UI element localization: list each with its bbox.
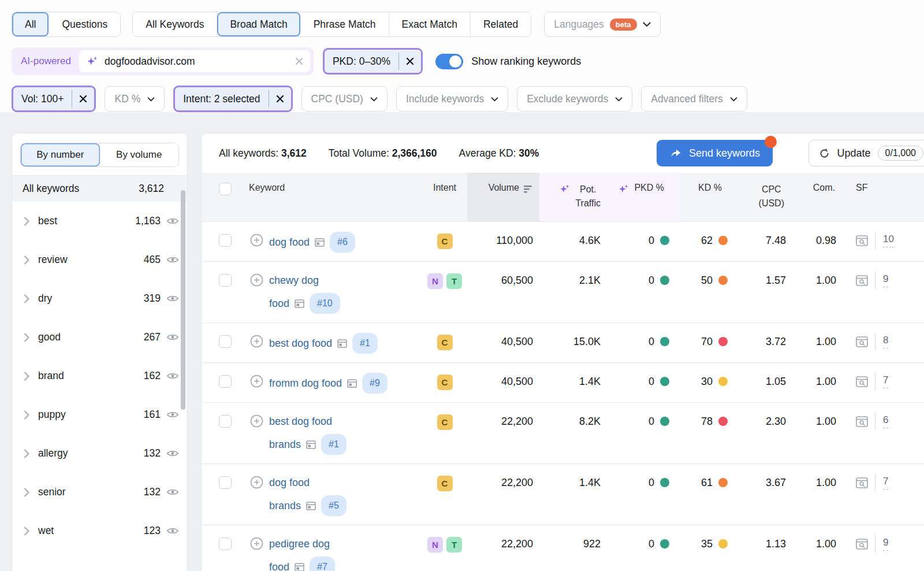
search-input[interactable]	[105, 55, 295, 68]
send-keywords-button[interactable]: Send keywords	[657, 140, 773, 166]
intent-badge-n[interactable]: N	[427, 537, 443, 553]
intent-badge-c[interactable]: C	[437, 335, 453, 350]
remove-intent-filter-icon[interactable]	[269, 87, 291, 110]
row-checkbox[interactable]	[219, 375, 232, 388]
cpc-filter-dropdown[interactable]: CPC (USD)	[301, 86, 388, 112]
add-keyword-icon[interactable]	[250, 273, 263, 287]
keyword-link[interactable]: best dog food	[269, 413, 332, 430]
sidebar-scrollbar[interactable]	[181, 190, 185, 410]
position-badge[interactable]: #7	[310, 557, 335, 571]
chevron-right-icon[interactable]	[24, 333, 30, 342]
serp-preview-icon[interactable]	[856, 235, 868, 246]
intent-badge-c[interactable]: C	[437, 476, 453, 491]
chevron-right-icon[interactable]	[24, 526, 30, 536]
tab-all[interactable]: All	[12, 12, 49, 36]
eye-icon[interactable]	[166, 294, 179, 303]
row-checkbox[interactable]	[219, 274, 232, 287]
select-all-checkbox[interactable]	[219, 183, 232, 195]
position-badge[interactable]: #5	[321, 495, 346, 516]
chevron-right-icon[interactable]	[24, 255, 30, 265]
intent-badge-t[interactable]: T	[446, 273, 462, 289]
serp-features-icon[interactable]	[315, 238, 325, 247]
serp-features-icon[interactable]	[306, 502, 316, 510]
serp-features-icon[interactable]	[295, 299, 304, 308]
position-badge[interactable]: #1	[352, 333, 378, 354]
languages-dropdown[interactable]: Languages beta	[544, 12, 660, 37]
keyword-link[interactable]: dog food	[269, 474, 310, 491]
eye-icon[interactable]	[166, 333, 179, 342]
chevron-right-icon[interactable]	[24, 217, 30, 226]
tab-broad-match[interactable]: Broad Match	[217, 12, 300, 36]
remove-volume-filter-icon[interactable]	[72, 87, 94, 110]
advanced-filters-dropdown[interactable]: Advanced filters	[641, 86, 747, 112]
row-checkbox[interactable]	[219, 335, 232, 348]
row-checkbox[interactable]	[219, 415, 232, 428]
serp-features-icon[interactable]	[306, 440, 316, 449]
keyword-group-item[interactable]: senior132	[12, 473, 187, 511]
tab-exact-match[interactable]: Exact Match	[389, 12, 471, 36]
intent-badge-c[interactable]: C	[437, 233, 453, 249]
chevron-right-icon[interactable]	[24, 372, 30, 381]
chevron-right-icon[interactable]	[24, 488, 30, 497]
position-badge[interactable]: #10	[310, 293, 340, 314]
exclude-keywords-dropdown[interactable]: Exclude keywords	[517, 86, 632, 112]
header-pkd[interactable]: PKD %	[610, 173, 679, 221]
intent-badge-c[interactable]: C	[437, 375, 453, 390]
add-keyword-icon[interactable]	[250, 414, 263, 428]
add-keyword-icon[interactable]	[250, 537, 263, 550]
serp-features-icon[interactable]	[337, 339, 347, 348]
tab-all-keywords[interactable]: All Keywords	[133, 12, 217, 36]
header-kd[interactable]: KD %	[679, 173, 735, 221]
header-sf[interactable]: SF	[842, 173, 924, 221]
serp-preview-icon[interactable]	[856, 336, 868, 347]
eye-icon[interactable]	[166, 526, 179, 535]
keyword-link[interactable]: food	[269, 295, 289, 312]
serp-preview-icon[interactable]	[856, 376, 868, 387]
tab-questions[interactable]: Questions	[49, 12, 120, 36]
eye-icon[interactable]	[166, 372, 179, 380]
keyword-link[interactable]: chewy dog	[269, 272, 319, 289]
header-cpc[interactable]: CPC (USD)	[735, 173, 790, 221]
keyword-group-item[interactable]: wet123	[12, 511, 187, 550]
keyword-link[interactable]: pedigree dog	[269, 535, 330, 553]
keyword-link[interactable]: fromm dog food	[269, 375, 342, 392]
tab-by-volume[interactable]: By volume	[100, 143, 179, 166]
show-ranking-keywords-toggle[interactable]	[435, 54, 463, 69]
keyword-group-item[interactable]: puppy161	[12, 395, 187, 434]
intent-badge-c[interactable]: C	[437, 414, 453, 430]
chevron-right-icon[interactable]	[24, 294, 30, 303]
add-keyword-icon[interactable]	[250, 375, 263, 388]
intent-badge-n[interactable]: N	[427, 273, 443, 289]
tab-by-number[interactable]: By number	[21, 143, 100, 166]
eye-icon[interactable]	[166, 449, 179, 458]
eye-icon[interactable]	[166, 410, 179, 419]
row-checkbox[interactable]	[219, 234, 232, 247]
row-checkbox[interactable]	[219, 476, 232, 489]
row-checkbox[interactable]	[219, 537, 232, 550]
serp-preview-icon[interactable]	[856, 416, 868, 427]
keyword-group-item[interactable]: allergy132	[12, 434, 187, 473]
keyword-group-item[interactable]: good267	[12, 318, 187, 357]
tab-phrase-match[interactable]: Phrase Match	[301, 12, 389, 36]
serp-preview-icon[interactable]	[856, 477, 868, 488]
position-badge[interactable]: #6	[330, 232, 355, 253]
position-badge[interactable]: #9	[362, 373, 388, 394]
add-keyword-icon[interactable]	[250, 476, 263, 489]
tab-related[interactable]: Related	[471, 12, 531, 36]
keyword-link[interactable]: best dog food	[269, 335, 332, 352]
update-button[interactable]: Update 0/1,000	[808, 140, 924, 166]
position-badge[interactable]: #1	[321, 434, 346, 455]
all-keywords-row[interactable]: All keywords 3,612	[12, 175, 187, 202]
keyword-group-item[interactable]: best1,163	[12, 202, 187, 240]
serp-preview-icon[interactable]	[856, 275, 868, 286]
header-com[interactable]: Com.	[790, 173, 842, 221]
add-keyword-icon[interactable]	[250, 335, 263, 348]
kd-filter-dropdown[interactable]: KD %	[105, 86, 165, 112]
serp-features-icon[interactable]	[295, 563, 304, 571]
keyword-link[interactable]: brands	[269, 497, 301, 514]
keyword-link[interactable]: brands	[269, 436, 301, 453]
include-keywords-dropdown[interactable]: Include keywords	[396, 86, 508, 112]
eye-icon[interactable]	[166, 255, 179, 264]
header-keyword[interactable]: Keyword	[244, 173, 422, 221]
remove-pkd-filter-icon[interactable]	[399, 50, 421, 73]
